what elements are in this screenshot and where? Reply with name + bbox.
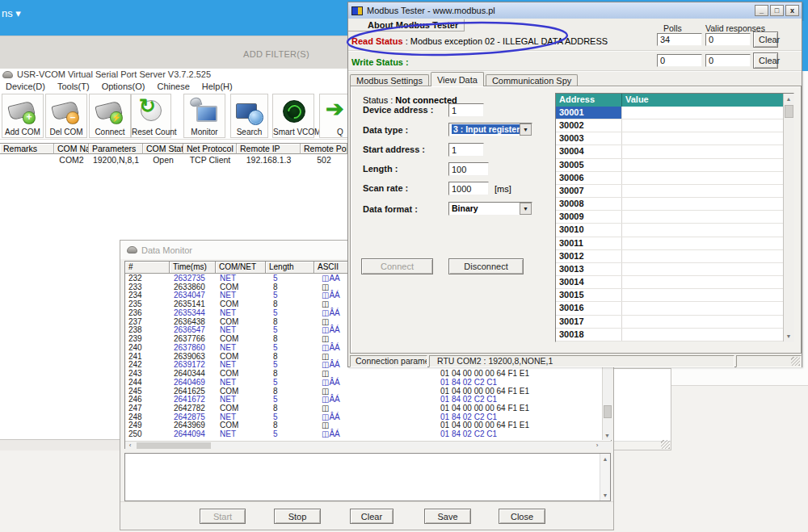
register-row[interactable]: 30017 bbox=[556, 316, 783, 329]
minimize-icon[interactable]: _ bbox=[755, 5, 768, 16]
write-polls-field[interactable] bbox=[657, 54, 702, 67]
close-icon[interactable]: x bbox=[785, 5, 799, 16]
vcom-column-header[interactable]: COM Name bbox=[54, 144, 89, 154]
register-row[interactable]: 30015 bbox=[556, 289, 783, 302]
chevron-down-icon[interactable]: ▼ bbox=[520, 203, 532, 215]
connect-button[interactable]: Connect bbox=[361, 258, 433, 274]
read-valid-field[interactable] bbox=[705, 33, 751, 46]
register-row[interactable]: 30013 bbox=[556, 263, 783, 276]
vcom-menu-item[interactable]: Chinese bbox=[157, 82, 189, 91]
monitor-row[interactable]: 244 2640469 NET 5 ◫ÂÁ 01 84 02 C2 C1 bbox=[125, 379, 601, 387]
vcom-column-header[interactable]: Net Protocol bbox=[183, 144, 237, 154]
length-cell: 5 bbox=[266, 430, 314, 439]
register-row[interactable]: 30004 bbox=[556, 145, 783, 158]
textarea-scrollbar[interactable]: ▲ ▼ bbox=[600, 454, 610, 501]
resize-grip[interactable] bbox=[661, 440, 670, 449]
vcom-column-header[interactable]: Parameters bbox=[89, 144, 143, 154]
vcom-toolbar-button[interactable]: Q bbox=[319, 94, 347, 138]
register-row[interactable]: 30003 bbox=[556, 132, 783, 145]
register-row[interactable]: 30007 bbox=[556, 185, 783, 198]
disconnect-button[interactable]: Disconnect bbox=[448, 258, 524, 274]
monitor-button[interactable]: Close bbox=[499, 509, 545, 524]
register-row[interactable]: 30011 bbox=[556, 237, 783, 250]
about-menu-item[interactable]: About Modbus Tester bbox=[348, 19, 465, 31]
write-valid-field[interactable] bbox=[705, 54, 751, 67]
register-row[interactable]: 30008 bbox=[556, 198, 783, 211]
vcom-toolbar-button[interactable]: Reset Count bbox=[131, 94, 171, 138]
monitor-button[interactable]: Clear bbox=[350, 509, 393, 524]
value-column-header[interactable]: Value bbox=[622, 94, 783, 107]
monitor-column-header[interactable]: # bbox=[125, 262, 170, 274]
monitor-button[interactable]: Start bbox=[200, 509, 246, 524]
start-address-field[interactable] bbox=[448, 143, 484, 157]
browser-nav-menu[interactable]: ns ▾ bbox=[2, 7, 21, 19]
vcom-toolbar-button[interactable]: Del COM bbox=[45, 94, 87, 138]
vcom-toolbar-button[interactable]: Search bbox=[230, 94, 268, 138]
read-polls-field[interactable] bbox=[657, 33, 702, 46]
scroll-up-icon[interactable]: ▲ bbox=[784, 94, 793, 103]
register-row[interactable]: 30002 bbox=[556, 119, 783, 132]
vcom-toolbar-button[interactable]: Smart VCOM bbox=[272, 94, 314, 138]
vcom-titlebar[interactable]: USR-VCOM Virtual Serial Port Server V3.7… bbox=[2, 69, 211, 79]
register-row[interactable]: 30006 bbox=[556, 172, 783, 185]
vcom-menu-item[interactable]: Help(H) bbox=[202, 82, 233, 91]
register-row[interactable]: 30018 bbox=[556, 329, 783, 341]
registers-scrollbar[interactable]: ▲ ▼ bbox=[783, 94, 793, 341]
vcom-column-header[interactable]: Remote Port bbox=[301, 144, 347, 154]
vcom-menu-item[interactable]: Options(O) bbox=[102, 82, 145, 91]
monitor-text-area[interactable]: ▲ ▼ bbox=[124, 453, 611, 501]
vcom-toolbar-button[interactable]: Monitor bbox=[183, 94, 225, 138]
chevron-down-icon[interactable]: ▼ bbox=[520, 124, 532, 136]
modbus-titlebar[interactable]: Modbus Tester - www.modbus.pl _ □ x bbox=[348, 2, 802, 19]
reset-icon bbox=[135, 97, 167, 126]
register-row[interactable]: 30009 bbox=[556, 211, 783, 224]
length-field[interactable] bbox=[448, 162, 489, 176]
maximize-icon[interactable]: □ bbox=[770, 5, 784, 16]
register-row[interactable]: 30001 bbox=[556, 107, 783, 119]
tab-communication-spy[interactable]: Communication Spy bbox=[486, 74, 578, 86]
scrollbar-thumb[interactable] bbox=[785, 105, 793, 118]
vcom-table-row[interactable]: COM219200,N,8,1OpenTCP Client192.168.1.3… bbox=[0, 155, 347, 165]
address-column-header[interactable]: Address bbox=[556, 94, 622, 107]
device-address-field[interactable] bbox=[448, 103, 484, 117]
register-row[interactable]: 30010 bbox=[556, 224, 783, 237]
monitor-row[interactable]: 250 2644094 NET 5 ◫ÂÁ 01 84 02 C2 C1 bbox=[125, 430, 601, 439]
monitor-button[interactable]: Save bbox=[424, 509, 471, 524]
vcom-column-header[interactable]: Remote IP bbox=[237, 144, 301, 154]
monitor-button[interactable]: Stop bbox=[274, 509, 321, 524]
vcom-menu-item[interactable]: Tools(T) bbox=[57, 82, 90, 91]
write-clear-button[interactable]: Clear bbox=[753, 52, 778, 69]
scroll-left-icon[interactable]: ‹ bbox=[125, 442, 135, 449]
register-row[interactable]: 30005 bbox=[556, 159, 783, 172]
scroll-right-icon[interactable]: › bbox=[592, 442, 602, 449]
vcom-toolbar-button[interactable]: Add COM bbox=[2, 94, 44, 138]
scan-rate-field[interactable] bbox=[448, 182, 489, 195]
read-clear-button[interactable]: Clear bbox=[753, 31, 778, 48]
scroll-down-icon[interactable]: ▼ bbox=[603, 431, 612, 440]
fragment-footer bbox=[613, 441, 671, 450]
monitor-column-header[interactable]: Length bbox=[266, 262, 314, 274]
tab-modbus-settings[interactable]: Modbus Settings bbox=[350, 74, 429, 86]
tab-view-data[interactable]: View Data bbox=[431, 72, 484, 86]
vcom-menu-item[interactable]: Device(D) bbox=[6, 82, 45, 91]
monitor-horizontal-scrollbar[interactable]: ‹ › bbox=[125, 441, 612, 449]
register-row[interactable]: 30016 bbox=[556, 302, 783, 315]
hex-cell: 01 84 02 C2 C1 bbox=[438, 379, 601, 387]
vcom-column-header[interactable]: Remarks bbox=[0, 144, 54, 154]
vcom-column-header[interactable]: COM State bbox=[143, 144, 183, 154]
monitor-column-header[interactable]: COM/NET bbox=[216, 262, 266, 274]
scroll-down-icon[interactable]: ▼ bbox=[784, 332, 793, 341]
data-format-select[interactable]: Binary ▼ bbox=[448, 202, 532, 216]
scrollbar-thumb[interactable] bbox=[137, 442, 211, 449]
scroll-down-icon[interactable]: ▼ bbox=[600, 491, 610, 500]
vcom-toolbar-button[interactable]: Connect bbox=[89, 94, 131, 138]
scroll-up-icon[interactable]: ▲ bbox=[600, 455, 610, 463]
resize-grip[interactable] bbox=[791, 357, 800, 366]
register-row[interactable]: 30012 bbox=[556, 250, 783, 263]
data-type-select[interactable]: 3 : Input registers ▼ bbox=[448, 123, 532, 136]
registers-table-header: Address Value bbox=[556, 94, 783, 107]
scrollbar-thumb[interactable] bbox=[604, 405, 612, 418]
add-filters-link[interactable]: ADD FILTER(S) bbox=[243, 49, 309, 59]
monitor-column-header[interactable]: Time(ms) bbox=[170, 262, 216, 274]
register-row[interactable]: 30014 bbox=[556, 276, 783, 289]
